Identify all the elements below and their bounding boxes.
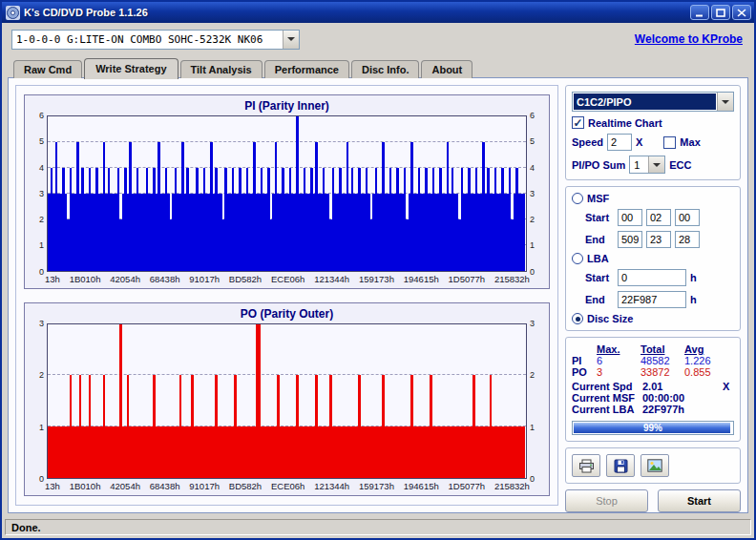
app-icon (6, 6, 20, 20)
tab-about[interactable]: About (421, 60, 472, 78)
y-tick-label: 2 (39, 371, 44, 380)
y-tick-label: 5 (530, 137, 535, 146)
bars (48, 116, 526, 271)
tab-tilt-analysis[interactable]: Tilt Analysis (180, 60, 262, 78)
msf-radio[interactable]: MSF (572, 193, 734, 204)
pipo-sum-label: PI/PO Sum (572, 159, 625, 171)
msf-label: MSF (587, 193, 609, 204)
minimize-button[interactable] (690, 5, 709, 20)
tab-raw-cmd[interactable]: Raw Cmd (13, 60, 82, 78)
lba-end-unit: h (690, 294, 697, 305)
x-tick-label: 1D5077h (449, 481, 486, 491)
x-tick-label: 194615h (404, 274, 439, 284)
stop-button[interactable]: Stop (565, 489, 648, 512)
stats-row: PI6485821.226 (572, 355, 734, 366)
current-row: Current MSF00:00:00 (572, 392, 734, 404)
tab-bar: Raw CmdWrite StrategyTilt AnalysisPerfor… (2, 55, 754, 77)
po-x-axis: 13h1B010h42054h68438h91017hBD582hECE06h1… (45, 481, 530, 491)
chevron-down-icon[interactable] (717, 93, 733, 111)
print-button[interactable] (572, 454, 600, 477)
lba-radio[interactable]: LBA (572, 253, 734, 264)
msf-start-input-2[interactable] (675, 209, 700, 226)
msf-start-input-1[interactable] (646, 209, 671, 226)
x-tick-label: 91017h (189, 274, 220, 284)
titlebar[interactable]: K's CD/DVD Probe 1.1.26 (2, 2, 754, 23)
stats-table: Max.TotalAvgPI6485821.226PO3338720.855 (572, 343, 734, 378)
floppy-icon (614, 459, 628, 473)
y-tick-label: 3 (530, 319, 535, 327)
po-chart: PO (Parity Outer) 0123 0123 13h1B010h420… (24, 302, 550, 497)
lba-end-label: End (585, 294, 614, 305)
chevron-down-icon[interactable] (648, 156, 664, 173)
stats-header-cell: Total (640, 343, 684, 355)
x-tick-label: 1B010h (70, 481, 101, 491)
maximize-button[interactable] (711, 5, 730, 20)
msf-end-input-0[interactable] (618, 231, 642, 248)
export-image-button[interactable] (640, 454, 669, 477)
y-tick-label: 0 (39, 267, 44, 276)
pi-y-axis-left: 0123456 (32, 115, 47, 272)
mode-select[interactable]: C1C2/PIPO (572, 92, 734, 112)
x-tick-label: ECE06h (271, 481, 304, 491)
stats-row-label: PO (572, 366, 597, 378)
x-tick-label: 91017h (189, 481, 220, 491)
pipo-sum-select[interactable]: 1 (629, 156, 665, 174)
lba-end-input[interactable] (618, 291, 686, 308)
speed-unit-label: X (636, 136, 642, 148)
lba-label: LBA (587, 253, 609, 264)
max-checkbox[interactable]: ✓ (663, 136, 676, 149)
msf-end-input-2[interactable] (675, 231, 700, 248)
drive-select[interactable]: 1-0-0-0 G:LITE-ON COMBO SOHC-5232K NK06 (11, 30, 300, 50)
maximize-icon (716, 9, 725, 17)
control-panel: C1C2/PIPO ✓ Realtime Chart Speed X ✓ Max… (565, 85, 741, 506)
y-tick-label: 6 (39, 112, 44, 120)
progress-bar: 99% (572, 421, 734, 435)
save-button[interactable] (606, 454, 635, 477)
y-tick-label: 3 (39, 319, 44, 327)
pi-y-axis-right: 0123456 (527, 115, 541, 272)
check-icon: ✓ (573, 117, 582, 129)
chart-panel: PI (Parity Inner) 0123456 0123456 13h1B0… (15, 85, 558, 506)
y-tick-label: 1 (530, 241, 535, 250)
x-tick-label: 121344h (314, 274, 349, 284)
ecc-label: ECC (669, 159, 691, 171)
stats-header-row: Max.TotalAvg (572, 343, 734, 355)
y-tick-label: 0 (39, 475, 44, 484)
x-tick-label: BD582h (229, 274, 262, 284)
x-tick-label: 68438h (150, 274, 180, 284)
status-text: Done. (5, 519, 751, 535)
progress-percent: 99% (573, 422, 733, 434)
welcome-link[interactable]: Welcome to KProbe (635, 32, 743, 46)
tab-performance[interactable]: Performance (264, 60, 349, 78)
current-label: Current MSF (572, 392, 642, 404)
msf-start-input-0[interactable] (618, 209, 642, 226)
stats-value: 1.226 (684, 355, 728, 366)
y-tick-label: 0 (530, 475, 535, 484)
action-buttons: Stop Start (565, 489, 741, 512)
close-button[interactable] (732, 5, 751, 20)
y-tick-label: 4 (530, 163, 535, 172)
lba-start-label: Start (585, 272, 614, 283)
x-tick-label: 13h (45, 481, 60, 491)
msf-end-input-1[interactable] (646, 231, 671, 248)
bar (523, 194, 526, 271)
speed-input[interactable] (607, 134, 632, 151)
radio-icon (572, 253, 583, 264)
tab-write-strategy[interactable]: Write Strategy (84, 58, 178, 79)
pi-chart-title: PI (Parity Inner) (32, 97, 541, 115)
x-tick-label: 1D5077h (449, 274, 486, 284)
realtime-checkbox[interactable]: ✓ (572, 116, 584, 129)
tab-disc-info[interactable]: Disc Info. (351, 60, 420, 78)
tab-page: PI (Parity Inner) 0123456 0123456 13h1B0… (8, 77, 748, 513)
printer-icon (578, 459, 595, 473)
chevron-down-icon[interactable] (283, 31, 299, 49)
stats-header-cell: Max. (597, 343, 640, 355)
bar (523, 426, 526, 478)
stats-group: Max.TotalAvgPI6485821.226PO3338720.855 C… (565, 337, 741, 442)
start-button[interactable]: Start (658, 489, 741, 512)
y-tick-label: 3 (530, 189, 535, 197)
x-tick-label: 194615h (404, 481, 439, 491)
disc-size-radio[interactable]: Disc Size (572, 313, 734, 324)
stats-value: 3 (597, 366, 640, 378)
lba-start-input[interactable] (618, 269, 686, 286)
